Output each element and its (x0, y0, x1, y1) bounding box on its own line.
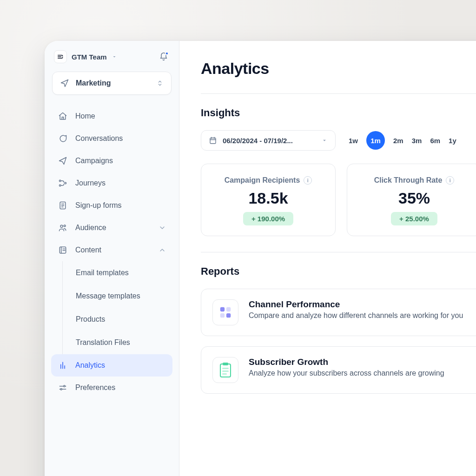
svg-rect-9 (210, 138, 216, 144)
svg-rect-16 (222, 368, 229, 369)
grid-icon (212, 299, 238, 325)
nav-label: Preferences (75, 383, 115, 392)
chevrons-up-down-icon (156, 79, 164, 87)
nav-preferences[interactable]: Preferences (51, 377, 172, 399)
form-icon (58, 201, 68, 210)
svg-point-2 (65, 182, 66, 184)
nav-conversations[interactable]: Conversations (51, 127, 172, 150)
nav-label: Analytics (75, 361, 105, 370)
metric-card-ctr[interactable]: Click Through Rate i 35% + 25.00% (347, 164, 476, 236)
calendar-icon (209, 136, 217, 145)
report-description: Analyze how your subscribers across chan… (249, 369, 444, 377)
sliders-icon (58, 383, 68, 392)
info-icon[interactable]: i (446, 176, 454, 185)
content-icon (58, 245, 68, 255)
nav-campaigns[interactable]: Campaigns (51, 150, 172, 172)
workspace-select[interactable]: Marketing (52, 72, 172, 95)
subnav-email-templates[interactable]: Email templates (63, 261, 172, 284)
home-icon (58, 112, 68, 121)
range-2m[interactable]: 2m (393, 133, 403, 148)
team-switcher[interactable]: GTM Team (54, 50, 117, 63)
caret-down-icon (321, 137, 328, 144)
report-title: Channel Performance (249, 299, 463, 310)
team-name: GTM Team (72, 53, 107, 61)
bar-chart-icon (58, 361, 68, 370)
chat-icon (58, 134, 68, 143)
range-1y[interactable]: 1y (449, 133, 456, 148)
nav-label: Campaigns (75, 157, 113, 165)
svg-rect-6 (60, 247, 66, 253)
paper-plane-icon (60, 79, 69, 88)
nav-label: Journeys (75, 179, 106, 187)
svg-rect-17 (222, 370, 229, 372)
sidebar: GTM Team (45, 41, 179, 476)
clipboard-icon (212, 357, 238, 383)
nav-label: Conversations (75, 134, 123, 143)
info-icon[interactable]: i (304, 176, 312, 185)
range-3m[interactable]: 3m (412, 133, 422, 148)
nav-journeys[interactable]: Journeys (51, 172, 172, 194)
metric-delta: + 190.00% (243, 212, 293, 225)
nav-audience[interactable]: Audience (51, 217, 172, 239)
chevron-down-icon (159, 224, 166, 231)
metric-label: Click Through Rate (374, 176, 443, 185)
page-title: Analytics (201, 60, 476, 78)
svg-rect-13 (226, 313, 231, 317)
date-range-picker[interactable]: 06/20/2024 - 07/19/2... (201, 130, 336, 151)
svg-rect-18 (222, 373, 227, 375)
nav-analytics[interactable]: Analytics (51, 354, 172, 377)
reports-heading: Reports (201, 265, 476, 278)
caret-down-icon (112, 54, 117, 60)
nav-label: Audience (75, 224, 106, 232)
chevron-up-icon (159, 246, 166, 254)
report-title: Subscriber Growth (249, 357, 444, 367)
range-1m[interactable]: 1m (366, 131, 385, 150)
subnav-translation-files[interactable]: Translation Files (63, 331, 172, 354)
svg-rect-15 (223, 363, 228, 365)
subnav-message-templates[interactable]: Message templates (63, 284, 172, 308)
report-description: Compare and analyze how different channe… (249, 311, 463, 320)
nav-label: Sign-up forms (75, 201, 122, 210)
metric-value: 18.5k (248, 189, 288, 207)
divider (201, 93, 476, 94)
notifications-button[interactable] (158, 51, 170, 63)
insights-heading: Insights (201, 107, 476, 119)
range-1w[interactable]: 1w (349, 133, 358, 148)
nav-signup-forms[interactable]: Sign-up forms (51, 194, 172, 217)
svg-rect-11 (226, 307, 231, 311)
subnav-products[interactable]: Products (63, 308, 172, 331)
main-content: Analytics Insights 06/20/2024 - 07/19/2.… (179, 41, 476, 476)
svg-point-8 (60, 389, 62, 390)
branch-icon (58, 178, 68, 188)
range-tabs: 1w 1m 2m 3m 6m 1y (349, 131, 456, 150)
send-icon (58, 156, 68, 165)
metric-label: Campaign Recipients (225, 176, 300, 185)
svg-point-7 (64, 385, 65, 387)
metric-value: 35% (398, 189, 430, 207)
nav-content[interactable]: Content (51, 239, 172, 261)
range-6m[interactable]: 6m (430, 133, 440, 148)
svg-point-4 (60, 225, 63, 227)
metric-card-recipients[interactable]: Campaign Recipients i 18.5k + 190.00% (201, 164, 336, 236)
users-icon (58, 223, 68, 232)
divider (201, 252, 476, 252)
report-subscriber-growth[interactable]: Subscriber Growth Analyze how your subsc… (201, 346, 476, 394)
svg-rect-10 (220, 307, 225, 311)
svg-rect-12 (220, 313, 225, 317)
app-window: GTM Team (45, 41, 476, 476)
app-logo-icon (54, 50, 67, 63)
content-submenu: Email templates Message templates Produc… (62, 261, 172, 354)
nav-home[interactable]: Home (51, 105, 172, 127)
workspace-name: Marketing (76, 79, 111, 87)
date-range-text: 06/20/2024 - 07/19/2... (223, 137, 293, 145)
report-channel-performance[interactable]: Channel Performance Compare and analyze … (201, 289, 476, 336)
nav-label: Home (75, 112, 95, 120)
notification-dot-icon (165, 52, 169, 55)
metric-delta: + 25.00% (391, 212, 437, 225)
nav-label: Content (75, 246, 101, 254)
svg-point-5 (64, 225, 66, 227)
